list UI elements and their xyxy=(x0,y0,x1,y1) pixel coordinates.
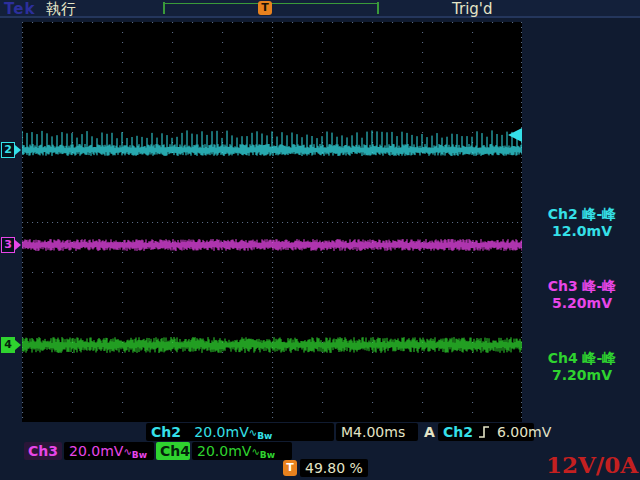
ch4-scale-readout: 20.0mV∿Bw xyxy=(192,442,292,460)
measurement-value: 12.0mV xyxy=(524,223,640,240)
trigger-mode-label: A xyxy=(424,423,435,441)
ch3-marker-arrow-icon xyxy=(15,240,21,250)
bandwidth-limit-icon: Bw xyxy=(257,431,272,441)
header-bar: Tek 執行 T Trig'd xyxy=(0,0,640,18)
measurement-ch2-pkpk: Ch2 峰-峰 12.0mV xyxy=(524,206,640,240)
ch4-position-marker: 4 xyxy=(1,337,21,353)
ch4-marker-arrow-icon xyxy=(15,340,21,350)
ch4-label: Ch4 xyxy=(156,442,190,460)
trigger-level-arrow-icon xyxy=(508,128,522,142)
trigger-status: Trig'd xyxy=(452,0,492,18)
ch3-marker-label: 3 xyxy=(1,237,15,253)
trigger-readout: Ch2 6.00mV xyxy=(438,423,534,441)
graticule-display xyxy=(22,22,522,422)
graticule-svg xyxy=(22,22,522,422)
ch2-scale-readout: Ch2 20.0mV∿Bw xyxy=(146,423,334,441)
ch2-label: Ch2 xyxy=(151,424,181,440)
ch4-scale-value: 20.0mV xyxy=(197,443,251,459)
trigger-t-icon: T xyxy=(283,460,297,476)
ch3-position-marker: 3 xyxy=(1,237,21,253)
measurement-label: Ch2 峰-峰 xyxy=(524,206,640,223)
timebase-readout: M4.00ms xyxy=(336,423,418,441)
ac-coupling-icon: ∿ xyxy=(249,427,257,438)
ch4-marker-label: 4 xyxy=(1,337,15,353)
ch2-scale-value: 20.0mV xyxy=(194,424,248,440)
rising-edge-icon xyxy=(479,424,490,442)
measurement-value: 5.20mV xyxy=(524,295,640,312)
trigger-source-label: Ch2 xyxy=(443,424,473,440)
ac-coupling-icon: ∿ xyxy=(251,446,259,457)
bandwidth-limit-icon: Bw xyxy=(260,450,275,460)
tek-logo: Tek xyxy=(4,0,35,18)
ac-coupling-icon: ∿ xyxy=(123,446,131,457)
ch2-position-marker: 2 xyxy=(1,142,21,158)
measurement-label: Ch4 峰-峰 xyxy=(524,350,640,367)
ch3-scale-readout: 20.0mV∿Bw xyxy=(64,442,154,460)
ch3-scale-value: 20.0mV xyxy=(69,443,123,459)
bandwidth-limit-icon: Bw xyxy=(132,450,147,460)
trigger-position-readout: 49.80 % xyxy=(300,459,368,477)
measurement-value: 7.20mV xyxy=(524,367,640,384)
trigger-level-value: 6.00mV xyxy=(497,424,551,440)
measurement-ch4-pkpk: Ch4 峰-峰 7.20mV xyxy=(524,350,640,384)
measurement-label: Ch3 峰-峰 xyxy=(524,278,640,295)
measurement-ch3-pkpk: Ch3 峰-峰 5.20mV xyxy=(524,278,640,312)
ch3-label: Ch3 xyxy=(24,442,62,460)
psu-overlay-label: 12V/0A xyxy=(546,451,638,478)
acquisition-status: 執行 xyxy=(46,0,76,19)
ch2-marker-label: 2 xyxy=(1,142,15,158)
ch2-marker-arrow-icon xyxy=(15,145,21,155)
trigger-flag-icon: T xyxy=(258,1,272,15)
